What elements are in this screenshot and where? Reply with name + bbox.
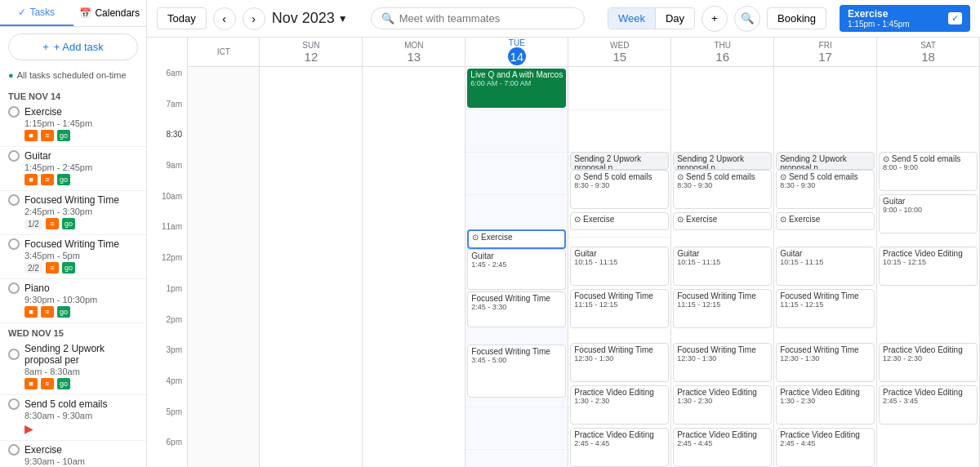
day-col-thu[interactable]: Sending 2 Upwork proposal p ⊙ Send 5 col… [671, 67, 774, 467]
cal-event[interactable]: Practice Video Editing 2:45 - 4:45 [673, 428, 772, 467]
hour-line [568, 109, 670, 110]
cal-event[interactable]: ⊙ Exercise [776, 212, 875, 230]
day-header-mon: Mon 13 [363, 38, 466, 66]
task-checkbox[interactable] [8, 349, 20, 360]
cal-event[interactable]: Guitar 1:45 - 2:45 [467, 249, 566, 290]
time-label: 3pm [147, 344, 187, 375]
plus-icon: + [42, 41, 49, 53]
cal-event[interactable]: Sending 2 Upwork proposal p [570, 152, 669, 170]
badge-icon: ■ [24, 174, 38, 185]
hour-line [466, 194, 568, 195]
cal-event[interactable]: Sending 2 Upwork proposal p [673, 152, 772, 170]
search-box[interactable]: 🔍 [371, 7, 585, 29]
task-checkbox[interactable] [8, 282, 20, 294]
cal-event[interactable]: Live Q and A with Marcos 6:00 AM - 7:00 … [467, 69, 566, 108]
cal-event[interactable]: Guitar 9:00 - 10:00 [879, 194, 978, 234]
check-circle-icon: ● [8, 70, 14, 80]
task-checkbox[interactable] [8, 444, 20, 456]
cal-event[interactable]: Focused Writing Time 11:15 - 12:15 [776, 289, 875, 328]
go-badge: go [62, 262, 75, 274]
list-item[interactable]: Exercise 1:15pm - 1:45pm ■ ≡ go [0, 103, 146, 147]
day-col-tue[interactable]: Live Q and A with Marcos 6:00 AM - 7:00 … [466, 67, 568, 467]
cal-event[interactable]: Focused Writing Time 12:30 - 1:30 [570, 343, 669, 382]
time-label: 4pm [147, 375, 187, 406]
badge-icon: ≡ [41, 378, 54, 389]
day-header-thu: Thu 16 [671, 38, 774, 66]
days-container: ICT Sun 12 Mon 13 Tue 14 Wed [188, 38, 980, 467]
cal-event[interactable]: Practice Video Editing 2:45 - 3:45 [879, 385, 978, 425]
topbar: Today ‹ › Nov 2023 ▼ 🔍 Week Day + 🔍 Book… [147, 0, 980, 38]
cal-event[interactable]: Practice Video Editing 2:45 - 4:45 [776, 428, 875, 467]
cal-event[interactable]: ⊙ Exercise [570, 212, 669, 230]
cal-event[interactable]: Focused Writing Time 2:45 - 3:30 [467, 291, 566, 327]
cal-event[interactable]: Guitar 10:15 - 11:15 [570, 247, 669, 286]
task-checkbox[interactable] [8, 194, 20, 206]
list-item[interactable]: Sending 2 Upwork proposal per 8am - 8:30… [0, 340, 146, 395]
cal-event[interactable]: Practice Video Editing 1:30 - 2:30 [776, 385, 875, 425]
day-columns: Live Q and A with Marcos 6:00 AM - 7:00 … [188, 67, 980, 467]
search-input[interactable] [399, 12, 574, 24]
cal-event[interactable]: Practice Video Editing 1:30 - 2:30 [673, 385, 772, 425]
cal-event[interactable]: Practice Video Editing 1:30 - 2:30 [570, 385, 669, 425]
hour-line [466, 407, 568, 407]
hour-line [466, 449, 568, 450]
add-task-button[interactable]: + + Add task [8, 33, 138, 60]
cal-event[interactable]: ⊙ Exercise [673, 212, 772, 230]
cal-event[interactable]: Practice Video Editing 10:15 - 12:15 [879, 247, 978, 286]
list-item[interactable]: Guitar 1:45pm - 2:45pm ■ ≡ go [0, 147, 146, 191]
day-col-wed[interactable]: Sending 2 Upwork proposal p ⊙ Send 5 col… [568, 67, 671, 467]
cal-event[interactable]: Focused Writing Time 12:30 - 1:30 [673, 343, 772, 382]
day-col-mon[interactable] [363, 67, 466, 467]
calendar-grid: 6am 7am 8:30 9am 10am 11am 12pm 1pm 2pm … [147, 38, 980, 467]
week-view-button[interactable]: Week [608, 8, 656, 29]
list-item[interactable]: Focused Writing Time 2:45pm - 3:30pm 1/2… [0, 191, 146, 235]
day-header-wed: Wed 15 [568, 38, 671, 66]
cal-event[interactable]: Sending 2 Upwork proposal p [776, 152, 875, 170]
day-col-fri[interactable]: Sending 2 Upwork proposal p ⊙ Send 5 col… [774, 67, 877, 467]
next-button[interactable]: › [243, 7, 265, 30]
task-checkbox[interactable] [8, 150, 20, 162]
badge-icon: ■ [24, 306, 38, 318]
cal-event[interactable]: Focused Writing Time 11:15 - 12:15 [673, 289, 772, 328]
cal-event[interactable]: Practice Video Editing 2:45 - 4:45 [570, 428, 669, 467]
cal-event[interactable]: Guitar 10:15 - 11:15 [776, 247, 875, 286]
day-col-sat[interactable]: ⊙ Send 5 cold emails 8:00 - 9:00 Guitar … [877, 67, 980, 467]
tab-tasks[interactable]: ✓ Tasks [0, 0, 74, 26]
day-col-sun[interactable] [260, 67, 363, 467]
search-icon: 🔍 [381, 12, 394, 24]
tab-calendars[interactable]: 📅 Calendars [74, 0, 147, 26]
go-badge: go [57, 174, 70, 185]
cal-event[interactable]: Focused Writing Time 3:45 - 5:00 [467, 345, 566, 398]
cal-event[interactable]: ⊙ Send 5 cold emails 8:00 - 9:00 [879, 152, 978, 191]
day-header-tue: TUE NOV 14 [0, 87, 146, 103]
cal-event[interactable]: Focused Writing Time 12:30 - 1:30 [776, 343, 875, 382]
today-button[interactable]: Today [157, 7, 207, 29]
app-container: ✓ Tasks 📅 Calendars + + Add task ● All t… [0, 0, 980, 467]
list-item[interactable]: Focused Writing Time 3:45pm - 5pm 2/2 ≡ … [0, 235, 146, 279]
time-label: 2pm [147, 314, 187, 345]
cal-event[interactable]: ⊙ Send 5 cold emails 8:30 - 9:30 [570, 170, 669, 209]
cal-event[interactable]: ⊙ Send 5 cold emails 8:30 - 9:30 [673, 170, 772, 209]
list-item[interactable]: Piano 9:30pm - 10:30pm ■ ≡ go [0, 279, 146, 323]
time-label: 6pm [147, 436, 187, 467]
task-list: TUE NOV 14 Exercise 1:15pm - 1:45pm ■ ≡ … [0, 87, 146, 467]
prev-button[interactable]: ‹ [213, 7, 236, 30]
add-event-button[interactable]: + [702, 6, 728, 32]
cal-event[interactable]: ⊙ Send 5 cold emails 8:30 - 9:30 [776, 170, 875, 209]
task-checkbox[interactable] [8, 106, 20, 118]
booking-button[interactable]: Booking [767, 7, 826, 29]
list-item[interactable]: Exercise 9:30am - 10am ■ ≡ go [0, 441, 146, 467]
cal-event[interactable]: Practice Video Editing 12:30 - 2:30 [879, 343, 978, 382]
month-title: Nov 2023 ▼ [272, 10, 348, 27]
task-checkbox[interactable] [8, 238, 20, 250]
time-label: 12pm [147, 251, 187, 282]
list-item[interactable]: Send 5 cold emails 8:30am - 9:30am ▶ [0, 395, 146, 441]
cal-event[interactable]: ⊙ Exercise [467, 229, 566, 249]
day-view-button[interactable]: Day [656, 8, 694, 29]
cal-event[interactable]: Guitar 10:15 - 11:15 [673, 247, 772, 286]
search-button[interactable]: 🔍 [734, 6, 760, 32]
cal-event[interactable]: Focused Writing Time 11:15 - 12:15 [570, 289, 669, 328]
preview-time: 1:15pm - 1:45pm [848, 20, 910, 29]
task-checkbox[interactable] [8, 398, 20, 410]
hour-line [466, 109, 568, 110]
